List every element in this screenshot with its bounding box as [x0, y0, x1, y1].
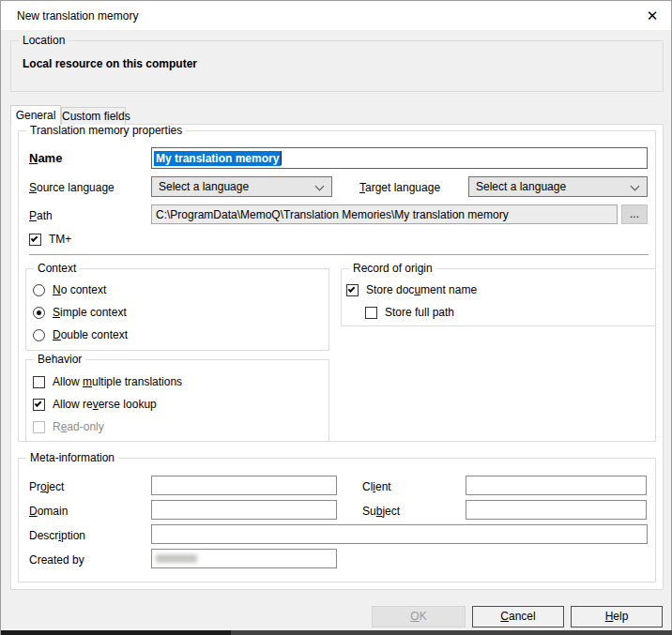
close-button[interactable]: ✕ [642, 6, 663, 26]
radio-unselected-icon [33, 329, 45, 341]
domain-label: Domain [29, 505, 68, 518]
project-input[interactable] [151, 476, 337, 495]
radio-no-context[interactable]: No context [33, 282, 106, 297]
checkmark-icon [348, 285, 356, 293]
location-groupbox: Location Local resource on this computer [10, 40, 664, 92]
target-language-value: Select a language [476, 180, 566, 193]
name-selected-text: My translation memory [154, 151, 281, 166]
tm-plus-checkbox[interactable]: TM+ [29, 232, 71, 247]
checkbox-store-full-path[interactable]: Store full path [365, 305, 454, 320]
radio-selected-icon [33, 307, 45, 319]
radio-simple-context[interactable]: Simple context [33, 305, 127, 320]
checkbox-read-only: Read-only [33, 419, 104, 434]
checkmark-icon [31, 234, 38, 242]
name-label: Name [29, 151, 62, 165]
radio-double-context[interactable]: Double context [33, 327, 128, 342]
target-language-label: Target language [359, 181, 440, 194]
path-label: Path [29, 209, 53, 222]
path-value: C:\ProgramData\MemoQ\Translation Memorie… [156, 208, 509, 221]
simple-context-label: Simple context [53, 306, 127, 319]
radio-unselected-icon [33, 284, 45, 296]
chevron-down-icon [315, 182, 325, 191]
created-by-label: Created by [29, 553, 84, 567]
new-translation-memory-dialog: New translation memory ✕ Location Local … [0, 0, 672, 635]
checkbox-checked-icon [33, 399, 45, 411]
no-context-label: No context [53, 283, 106, 296]
meta-information-legend: Meta-information [26, 452, 118, 464]
project-label: Project [29, 480, 64, 493]
radio-dot-icon [37, 310, 41, 315]
background-window-edge [1, 630, 231, 635]
allow-multiple-translations-label: Allow multiple translations [53, 375, 182, 388]
read-only-label: Read-only [53, 420, 104, 433]
close-icon: ✕ [647, 8, 659, 23]
store-document-name-label: Store document name [366, 283, 477, 296]
location-legend: Location [19, 35, 69, 47]
background-window-edge [231, 630, 672, 635]
created-by-input[interactable] [151, 549, 337, 568]
checkbox-unchecked-icon [365, 307, 377, 319]
subject-input[interactable] [466, 500, 647, 520]
redacted-created-by-value [156, 554, 197, 563]
checkbox-unchecked-icon [33, 376, 45, 388]
tm-plus-label: TM+ [49, 233, 71, 246]
checkbox-checked-icon [346, 284, 359, 296]
help-button[interactable]: Help [571, 606, 663, 627]
title-bar: New translation memory ✕ [1, 1, 671, 30]
chevron-down-icon [631, 182, 640, 191]
description-input[interactable] [151, 524, 648, 544]
source-language-label: Source language [29, 181, 115, 194]
context-legend: Context [34, 263, 80, 275]
domain-input[interactable] [151, 500, 337, 520]
name-input[interactable]: My translation memory [151, 147, 648, 169]
cancel-button[interactable]: Cancel [472, 606, 564, 627]
text-cursor [281, 151, 282, 165]
checkbox-allow-multiple-translations[interactable]: Allow multiple translations [33, 374, 182, 389]
tab-general[interactable]: General [10, 105, 61, 125]
client-input[interactable] [466, 476, 647, 495]
browse-button[interactable]: ... [621, 204, 648, 224]
target-language-select[interactable]: Select a language [468, 176, 648, 197]
record-of-origin-legend: Record of origin [349, 263, 436, 275]
description-label: Description [29, 529, 85, 542]
behavior-legend: Behavior [34, 354, 85, 366]
checkbox-checked-icon [29, 234, 41, 246]
tab-custom-fields[interactable]: Custom fields [61, 107, 126, 125]
source-language-value: Select a language [159, 180, 249, 193]
checkmark-icon [35, 400, 42, 407]
source-language-select[interactable]: Select a language [151, 176, 332, 197]
tm-properties-legend: Translation memory properties [26, 125, 186, 137]
path-field[interactable]: C:\ProgramData\MemoQ\Translation Memorie… [151, 204, 618, 224]
allow-reverse-lookup-label: Allow reverse lookup [53, 398, 157, 411]
store-full-path-label: Store full path [385, 306, 454, 319]
ok-button[interactable]: OK [372, 606, 466, 627]
client-label: Client [362, 480, 391, 493]
checkbox-disabled-icon [33, 421, 45, 433]
location-value: Local resource on this computer [23, 57, 197, 70]
horizontal-divider [29, 254, 649, 255]
subject-label: Subject [362, 505, 400, 518]
window-title: New translation memory [17, 9, 138, 23]
double-context-label: Double context [53, 328, 128, 341]
checkbox-allow-reverse-lookup[interactable]: Allow reverse lookup [33, 397, 157, 412]
checkbox-store-document-name[interactable]: Store document name [346, 282, 477, 297]
